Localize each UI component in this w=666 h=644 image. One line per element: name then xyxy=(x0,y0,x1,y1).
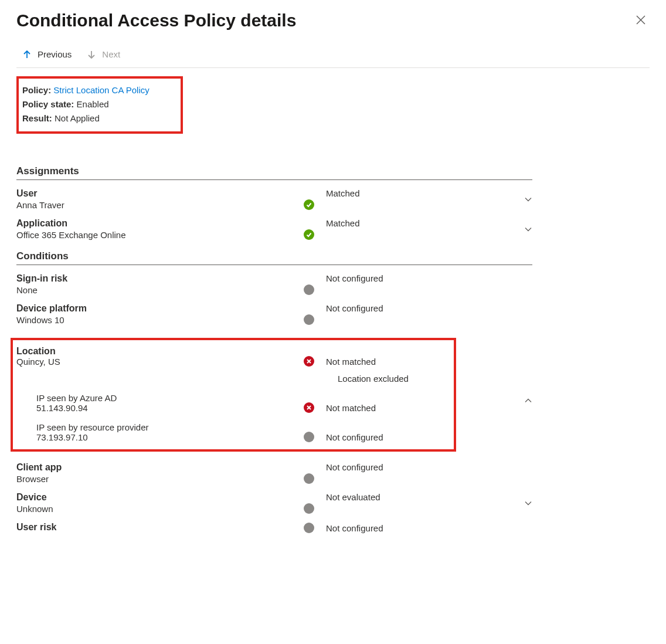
location-status: Not matched xyxy=(321,357,448,367)
signin-risk-status: Not configured xyxy=(321,273,515,283)
device-value: Unknown xyxy=(16,504,304,514)
x-icon xyxy=(304,402,314,413)
device-status: Not evaluated xyxy=(321,492,515,502)
application-status: Matched xyxy=(321,218,515,228)
policy-state-value: Enabled xyxy=(77,99,109,109)
chevron-down-icon[interactable] xyxy=(524,195,532,204)
user-value: Anna Traver xyxy=(16,200,304,210)
signin-risk-label: Sign-in risk xyxy=(16,273,304,284)
device-platform-label: Device platform xyxy=(16,303,304,314)
arrow-up-icon xyxy=(22,50,32,59)
policy-link[interactable]: Strict Location CA Policy xyxy=(53,85,149,95)
assignments-heading: Assignments xyxy=(16,165,532,180)
client-app-status: Not configured xyxy=(321,462,515,472)
previous-label: Previous xyxy=(38,49,72,59)
device-platform-status: Not configured xyxy=(321,303,515,313)
chevron-up-icon[interactable] xyxy=(524,396,532,405)
check-icon xyxy=(304,229,314,240)
ip-rp-label: IP seen by resource provider xyxy=(36,422,304,432)
check-icon xyxy=(304,199,314,210)
policy-summary-highlight: Policy: Strict Location CA Policy Policy… xyxy=(16,76,183,134)
application-value: Office 365 Exchange Online xyxy=(16,230,304,240)
ip-azure-status: Not matched xyxy=(321,403,448,413)
conditions-heading: Conditions xyxy=(16,250,532,265)
arrow-down-icon xyxy=(87,50,96,59)
dot-icon xyxy=(304,503,314,514)
ip-azure-label: IP seen by Azure AD xyxy=(36,393,304,403)
result-value: Not Applied xyxy=(55,113,100,123)
previous-button[interactable]: Previous xyxy=(22,49,72,59)
ip-rp-status: Not configured xyxy=(321,432,448,442)
user-label: User xyxy=(16,188,304,199)
location-value: Quincy, US xyxy=(16,357,304,367)
application-label: Application xyxy=(16,218,304,229)
user-status: Matched xyxy=(321,188,515,198)
ip-azure-value: 51.143.90.94 xyxy=(36,403,304,413)
dot-icon xyxy=(304,284,314,295)
client-app-value: Browser xyxy=(16,474,304,484)
next-label: Next xyxy=(102,49,120,59)
device-label: Device xyxy=(16,492,304,503)
result-label: Result: xyxy=(22,113,52,123)
chevron-down-icon[interactable] xyxy=(524,225,532,233)
policy-label: Policy: xyxy=(22,85,51,95)
location-label: Location xyxy=(16,346,304,357)
dot-icon xyxy=(304,432,314,442)
location-note: Location excluded xyxy=(321,374,448,384)
next-button: Next xyxy=(87,49,120,59)
policy-state-label: Policy state: xyxy=(22,99,74,109)
location-highlight: Location Quincy, US Not matched Location xyxy=(11,338,456,452)
dot-icon xyxy=(304,314,314,325)
device-platform-value: Windows 10 xyxy=(16,315,304,325)
ip-rp-value: 73.193.97.10 xyxy=(36,432,304,442)
chevron-down-icon[interactable] xyxy=(524,499,532,507)
page-title: Conditional Access Policy details xyxy=(16,11,296,30)
user-risk-label: User risk xyxy=(16,522,304,533)
close-icon xyxy=(636,18,646,27)
user-risk-status: Not configured xyxy=(321,523,515,533)
signin-risk-value: None xyxy=(16,285,304,295)
x-icon xyxy=(304,356,314,367)
dot-icon xyxy=(304,473,314,484)
close-button[interactable] xyxy=(632,11,650,30)
dot-icon xyxy=(304,523,314,533)
client-app-label: Client app xyxy=(16,462,304,473)
